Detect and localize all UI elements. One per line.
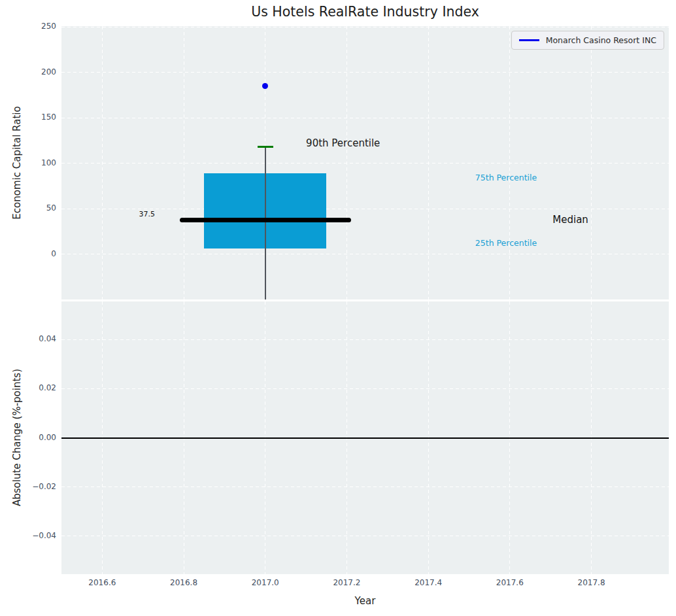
horizontal-gridline [61, 209, 669, 209]
x-tick-label: 2017.0 [243, 578, 288, 587]
annotation-text: 90th Percentile [306, 137, 380, 149]
legend-line-sample [519, 39, 539, 41]
legend: Monarch Casino Resort INC [511, 31, 664, 50]
bottom-axes-absolute-change [61, 301, 669, 574]
annotation-text: 37.5 [139, 210, 155, 218]
x-tick-label: 2017.8 [569, 578, 615, 587]
horizontal-gridline [61, 536, 669, 536]
top-y-tick-label: 200 [4, 67, 56, 77]
horizontal-gridline [61, 254, 669, 254]
bottom-y-tick-label: 0.00 [4, 433, 56, 442]
x-tick-label: 2017.6 [487, 578, 533, 587]
x-axis-label: Year [61, 595, 669, 607]
x-tick-label: 2016.8 [161, 578, 207, 587]
company-data-point [262, 83, 268, 89]
legend-label: Monarch Casino Resort INC [546, 35, 656, 45]
top-y-tick-label: 150 [4, 112, 56, 122]
bottom-y-tick-label: −0.02 [4, 482, 56, 491]
chart-title: Us Hotels RealRate Industry Index [61, 4, 669, 20]
horizontal-gridline [61, 487, 669, 487]
top-y-tick-label: 50 [4, 203, 56, 213]
horizontal-gridline [61, 163, 669, 163]
horizontal-gridline [61, 388, 669, 389]
top-y-tick-label: 100 [4, 158, 56, 167]
annotation-text: 25th Percentile [475, 237, 537, 247]
bottom-y-tick-label: 0.04 [4, 334, 56, 343]
bottom-y-tick-label: −0.04 [4, 531, 56, 540]
horizontal-gridline [61, 339, 669, 340]
boxplot-median-line [180, 218, 351, 222]
annotation-text: Median [552, 214, 588, 226]
x-tick-label: 2016.6 [79, 578, 125, 587]
zero-line [61, 437, 669, 439]
horizontal-gridline [61, 27, 669, 27]
figure: Us Hotels RealRate Industry Index Monarc… [0, 0, 676, 616]
boxplot-90th-percentile-cap [258, 146, 273, 148]
boxplot-whisker [265, 147, 266, 299]
annotation-text: 75th Percentile [475, 172, 537, 182]
horizontal-gridline [61, 118, 669, 118]
horizontal-gridline [61, 72, 669, 73]
top-axes-economic-capital-ratio: Monarch Casino Resort INC [61, 26, 669, 299]
top-y-tick-label: 250 [4, 22, 56, 31]
bottom-y-tick-label: 0.02 [4, 383, 56, 392]
x-tick-label: 2017.4 [405, 578, 451, 587]
x-tick-label: 2017.2 [324, 578, 369, 587]
top-y-tick-label: 0 [4, 249, 56, 258]
